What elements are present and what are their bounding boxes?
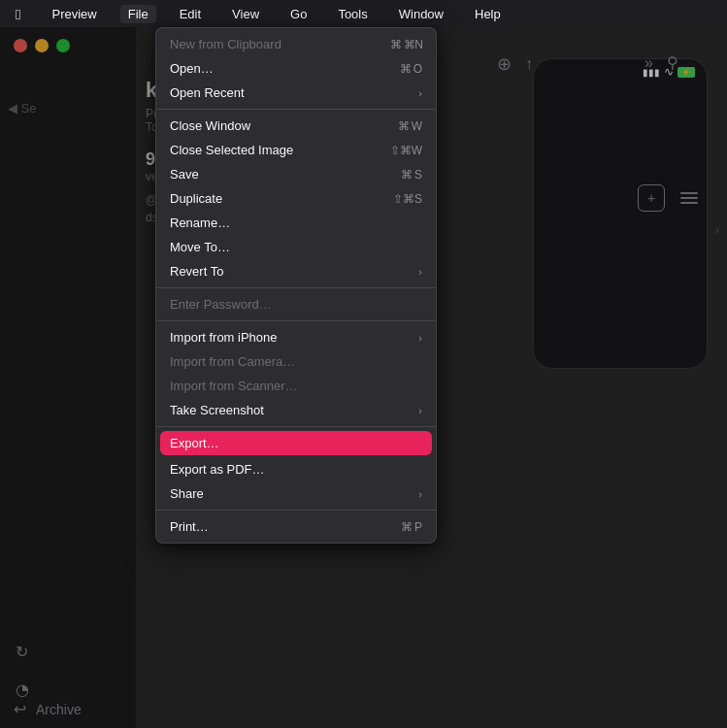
menu-item-share[interactable]: Share › (156, 481, 436, 506)
arrow-icon: › (418, 87, 422, 99)
file-menu-trigger[interactable]: File (120, 5, 156, 23)
menu-bar:  Preview File Edit View Go Tools Window… (0, 0, 727, 27)
menu-item-open[interactable]: Open… ⌘O (156, 56, 436, 81)
menu-item-label: Take Screenshot (170, 403, 264, 417)
help-menu[interactable]: Help (467, 5, 509, 23)
view-menu[interactable]: View (224, 5, 267, 23)
menu-item-print[interactable]: Print… ⌘P (156, 514, 436, 539)
shortcut-new-from-clipboard: ⌘⌘N (390, 38, 422, 51)
arrow-icon: › (418, 405, 422, 416)
menu-item-label: Open Recent (170, 85, 245, 100)
file-menu-dropdown: New from Clipboard ⌘⌘N Open… ⌘O Open Rec… (155, 27, 437, 544)
menu-item-close-selected-image[interactable]: Close Selected Image ⇧⌘W (156, 138, 436, 162)
menu-item-import-camera[interactable]: Import from Camera… (156, 349, 436, 374)
separator-1 (156, 109, 436, 110)
tools-menu[interactable]: Tools (330, 5, 375, 23)
menu-item-label: Print… (170, 519, 209, 534)
menu-item-label: Save (170, 167, 199, 182)
menu-item-import-scanner[interactable]: Import from Scanner… (156, 374, 436, 398)
menu-item-label: Import from iPhone (170, 330, 278, 345)
shortcut-close-selected: ⇧⌘W (390, 144, 422, 157)
menu-item-label: Export… (170, 436, 219, 450)
shortcut-print: ⌘P (401, 520, 422, 534)
menu-item-open-recent[interactable]: Open Recent › (156, 81, 436, 105)
menu-item-label: Duplicate (170, 191, 222, 206)
menu-item-export-pdf[interactable]: Export as PDF… (156, 457, 436, 481)
edit-menu[interactable]: Edit (172, 5, 209, 23)
menu-item-export[interactable]: Export… (160, 431, 432, 455)
menu-item-import-iphone[interactable]: Import from iPhone › (156, 325, 436, 349)
menu-item-label: Import from Camera… (170, 354, 295, 369)
arrow-icon: › (418, 332, 422, 344)
menu-item-label: New from Clipboard (170, 37, 281, 51)
go-menu[interactable]: Go (282, 5, 314, 23)
menu-item-label: Move To… (170, 240, 230, 254)
menu-item-label: Close Selected Image (170, 143, 293, 157)
menu-item-save[interactable]: Save ⌘S (156, 162, 436, 186)
separator-2 (156, 287, 436, 288)
arrow-icon: › (418, 266, 422, 278)
menu-item-label: Rename… (170, 215, 230, 230)
arrow-icon: › (418, 488, 422, 500)
window-menu[interactable]: Window (391, 5, 451, 23)
menu-item-label: Revert To (170, 264, 223, 279)
preview-menu[interactable]: Preview (44, 5, 104, 23)
menu-item-revert-to[interactable]: Revert To › (156, 259, 436, 283)
menu-item-take-screenshot[interactable]: Take Screenshot › (156, 398, 436, 422)
menu-item-enter-password[interactable]: Enter Password… (156, 292, 436, 316)
menu-item-rename[interactable]: Rename… (156, 211, 436, 235)
menu-item-label: Import from Scanner… (170, 379, 298, 393)
menu-item-new-from-clipboard[interactable]: New from Clipboard ⌘⌘N (156, 32, 436, 56)
menu-item-move-to[interactable]: Move To… (156, 235, 436, 259)
menu-item-close-window[interactable]: Close Window ⌘W (156, 114, 436, 138)
menu-item-label: Close Window (170, 118, 250, 133)
menu-item-label: Enter Password… (170, 297, 272, 312)
shortcut-open: ⌘O (400, 62, 422, 76)
menu-item-duplicate[interactable]: Duplicate ⇧⌘S (156, 186, 436, 211)
menu-item-label: Open… (170, 61, 214, 76)
menu-item-label: Share (170, 486, 204, 501)
shortcut-close-window: ⌘W (398, 119, 422, 133)
apple-menu-icon[interactable]:  (8, 6, 28, 22)
shortcut-duplicate: ⇧⌘S (393, 192, 422, 206)
separator-4 (156, 426, 436, 427)
menu-item-label: Export as PDF… (170, 462, 265, 477)
separator-3 (156, 320, 436, 321)
separator-5 (156, 510, 436, 511)
shortcut-save: ⌘S (401, 168, 422, 182)
